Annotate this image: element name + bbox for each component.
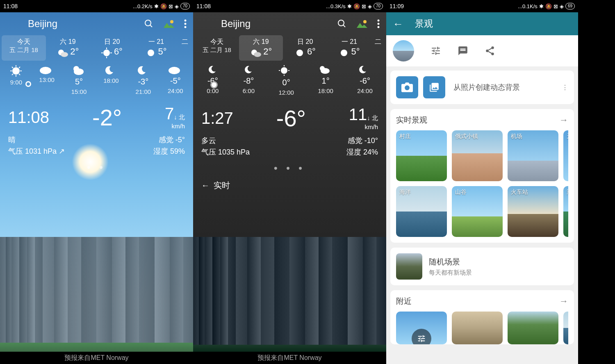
svg-point-13 [148, 50, 154, 56]
svg-point-43 [321, 68, 330, 74]
svg-point-26 [169, 67, 180, 74]
city-skyline-night [193, 237, 386, 352]
thumb-valley[interactable]: 山谷 [452, 186, 503, 237]
svg-point-35 [296, 50, 303, 56]
svg-point-14 [12, 67, 20, 75]
feels-like: 感觉 -5° [159, 135, 185, 145]
svg-point-3 [184, 20, 187, 22]
day-3[interactable]: 一 21 5° [134, 35, 178, 61]
svg-point-30 [378, 20, 380, 22]
forecast-days[interactable]: 今天 五 二月 18 六 19 2° 日 20 6° 一 21 5° 二 [0, 35, 193, 61]
weather-panel: Beijing 今天 五 二月 18 六 19 2° 日 20 6° 一 21 [0, 12, 193, 173]
nearby-thumb-3[interactable] [508, 312, 558, 344]
hour-1: 13:00 [39, 65, 55, 95]
camera-button[interactable] [396, 76, 418, 98]
day-1[interactable]: 六 19 2° [239, 35, 283, 61]
day-4[interactable]: 二 [371, 35, 385, 61]
page-title: 景观 [415, 18, 433, 30]
settings-background: ← 景观 从照片创建动态背景 ⋮ 实时景观 → 村庄 俄式小镇 [386, 12, 578, 364]
thumb-beach[interactable]: 海边 [563, 186, 568, 237]
forecast-days[interactable]: 今天 五 二月 18 六 19 2° 日 20 6° 一 21 5° 二 [193, 35, 386, 61]
nearby-thumbs[interactable] [396, 312, 568, 344]
random-scene-card[interactable]: 随机场景 每天都有新场景 [390, 248, 574, 285]
arrow-left-icon: ← [201, 181, 210, 190]
svg-point-29 [363, 20, 367, 23]
day-today[interactable]: 今天 五 二月 18 [2, 35, 46, 61]
city-name[interactable]: Beijing [28, 18, 144, 30]
gallery-button[interactable] [423, 76, 445, 98]
tune-overlay-icon[interactable] [412, 329, 431, 344]
svg-line-1 [150, 25, 152, 27]
thumb-village[interactable]: 村庄 [396, 130, 447, 181]
day-3[interactable]: 一 21 5° [327, 35, 371, 61]
landscape-icon[interactable] [164, 20, 174, 28]
forecast-source: 预报来自MET Norway [0, 352, 193, 364]
app-bar: Beijing [0, 12, 193, 35]
comment-icon[interactable] [458, 46, 468, 56]
phone-day-weather: 11:08 ...0.2K/s ✱ 🔕 ⊠ ◈ 70 Beijing 今天 五 … [0, 0, 193, 364]
back-arrow-icon[interactable]: ← [393, 18, 403, 30]
thumb-train-station[interactable]: 火车站 [508, 186, 558, 237]
status-bar: 11:09 ...0.1K/s✱🔕⊠◈ 69 [386, 0, 578, 12]
time-slider[interactable] [193, 93, 386, 102]
thumbs-row-2[interactable]: 海洋 山谷 火车站 海边 [396, 186, 568, 237]
hourly-forecast[interactable]: -6°0:00 -8°6:00 0°12:00 1°18:00 -6°24:00 [193, 61, 386, 98]
city-name[interactable]: Beijing [221, 18, 337, 30]
random-thumb [396, 253, 422, 280]
thumb-sky[interactable]: 天空 [563, 130, 568, 181]
search-icon[interactable] [144, 19, 154, 29]
time-slider[interactable] [0, 93, 193, 101]
nearby-thumb-4[interactable] [563, 312, 568, 344]
section-title: 附近 [396, 296, 412, 307]
nearby-thumb-2[interactable] [452, 312, 503, 344]
share-icon[interactable] [485, 46, 495, 56]
current-wind: 7↓ 北km/h [165, 105, 185, 130]
forecast-source: 预报来自MET Norway [193, 352, 386, 364]
day-4[interactable]: 二 [178, 35, 191, 61]
svg-point-44 [491, 46, 494, 49]
status-time: 11:08 [3, 3, 18, 9]
day-2[interactable]: 日 20 6° [90, 35, 134, 61]
tune-icon[interactable] [430, 46, 441, 56]
current-weather: 11:08 -2° 7↓ 北km/h [0, 101, 193, 134]
svg-point-8 [103, 50, 110, 56]
more-dots-icon[interactable]: ⋮ [562, 84, 568, 91]
landscape-icon[interactable] [357, 20, 367, 28]
svg-point-0 [145, 20, 151, 26]
status-icons: ...0.2K/s ✱ 🔕 ⊠ ◈ 70 [133, 3, 190, 9]
menu-dots-icon[interactable] [377, 19, 380, 28]
day-2[interactable]: 日 20 6° [283, 35, 327, 61]
phone-landscape-settings: 11:09 ...0.1K/s✱🔕⊠◈ 69 ← 景观 从照片创建动态背景 ⋮ [386, 0, 578, 364]
thumbs-row-1[interactable]: 村庄 俄式小镇 机场 天空 [396, 130, 568, 181]
create-label: 从照片创建动态背景 [453, 82, 557, 92]
pressure: 气压 1031 hPa ↗ [8, 146, 65, 156]
thumb-ocean[interactable]: 海洋 [396, 186, 447, 237]
svg-point-36 [341, 50, 347, 56]
page-dots[interactable]: ● ● ● [193, 162, 386, 174]
svg-line-22 [19, 67, 20, 68]
day-today[interactable]: 今天 五 二月 18 [195, 35, 239, 61]
svg-point-45 [486, 50, 489, 52]
current-landscape-avatar[interactable] [393, 40, 414, 61]
nearby-thumb-1[interactable] [396, 312, 447, 344]
wifi-icon: ◈ [175, 3, 179, 9]
hour-4: -3°21:00 [136, 65, 151, 95]
realtime-back[interactable]: ← 实时 [193, 174, 386, 197]
arrow-right-icon[interactable]: → [559, 296, 568, 307]
search-icon[interactable] [337, 19, 347, 29]
status-bar: 11:08 ...0.3K/s✱🔕⊠◈ 70 [193, 0, 386, 12]
arrow-right-icon[interactable]: → [559, 115, 568, 125]
thumb-russian-town[interactable]: 俄式小镇 [452, 130, 503, 181]
hourly-forecast[interactable]: 9:00 13:00 5°15:00 18:00 -3°21:00 -5°24:… [0, 61, 193, 97]
thumb-airport[interactable]: 机场 [508, 130, 558, 181]
svg-point-31 [378, 23, 380, 25]
svg-point-32 [378, 26, 380, 28]
day-1[interactable]: 六 19 2° [46, 35, 90, 61]
menu-dots-icon[interactable] [184, 19, 187, 28]
random-title: 随机场景 [429, 257, 472, 267]
weather-panel: Beijing 今天 五 二月 18 六 19 2° 日 20 6° 一 21 [193, 12, 386, 197]
svg-point-5 [184, 26, 187, 28]
page-dots[interactable]: ● ● [0, 161, 193, 173]
svg-point-34 [254, 52, 261, 57]
condition-text: 晴 [8, 135, 16, 145]
